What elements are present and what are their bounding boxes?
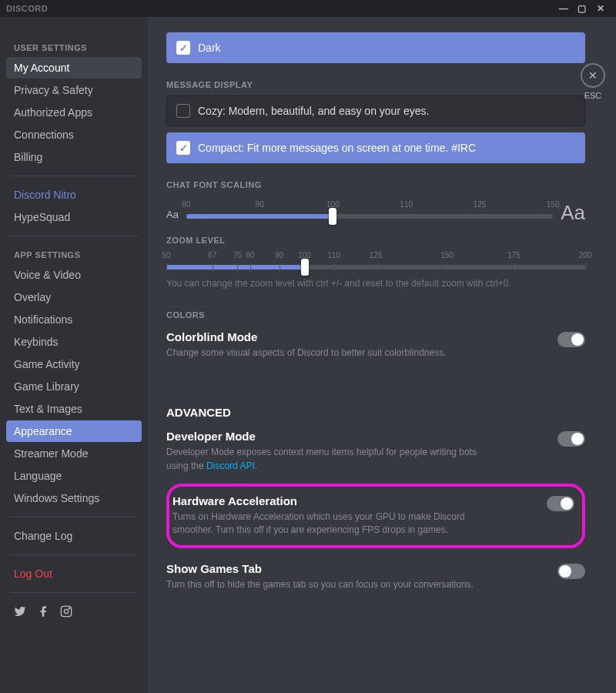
zoom-slider[interactable]: 50 67 75 80 90 100 110 125 150 175 200: [166, 251, 585, 270]
slider-ticks: 50 67 75 80 90 100 110 125 150 175 200: [166, 251, 585, 262]
discord-api-link[interactable]: Discord API: [206, 460, 255, 471]
sidebar-item-game-library[interactable]: Game Library: [6, 376, 142, 397]
facebook-icon[interactable]: [37, 605, 49, 621]
sidebar-item-hypesquad[interactable]: HypeSquad: [6, 206, 142, 228]
checkbox-checked-icon: ✓: [176, 141, 190, 155]
slider-ticks: 80 90 100 110 125 150: [186, 200, 553, 211]
cozy-label: Cozy: Modern, beautiful, and easy on you…: [198, 105, 429, 117]
compact-label: Compact: Fit more messages on screen at …: [198, 142, 476, 154]
divider: [9, 554, 139, 555]
twitter-icon[interactable]: [14, 605, 26, 621]
highlighted-section: Hardware Acceleration Turns on Hardware …: [166, 484, 585, 548]
sidebar: USER SETTINGS My Account Privacy & Safet…: [0, 17, 148, 693]
sidebar-item-game-activity[interactable]: Game Activity: [6, 353, 142, 375]
message-display-header: MESSAGE DISPLAY: [166, 80, 585, 89]
sidebar-item-notifications[interactable]: Notifications: [6, 309, 142, 330]
divider: [9, 176, 139, 176]
svg-point-1: [64, 609, 68, 613]
settings-content: ✕ ESC ✓ Dark MESSAGE DISPLAY Cozy: Moder…: [148, 17, 616, 693]
hwaccel-desc: Turns on Hardware Acceleration which use…: [172, 511, 504, 537]
minimize-button[interactable]: —: [554, 3, 573, 14]
app-brand: DISCORD: [6, 4, 48, 13]
sidebar-item-windows[interactable]: Windows Settings: [6, 487, 142, 509]
devmode-toggle[interactable]: [557, 431, 585, 447]
colorblind-setting: Colorblind Mode Change some visual aspec…: [166, 330, 585, 360]
devmode-label: Developer Mode: [166, 430, 497, 443]
devmode-desc: Developer Mode exposes context menu item…: [166, 446, 497, 473]
esc-label: ESC: [581, 91, 605, 100]
social-row: [6, 601, 142, 625]
theme-dark-label: Dark: [198, 42, 221, 54]
theme-dark-option[interactable]: ✓ Dark: [166, 32, 585, 63]
developer-mode-setting: Developer Mode Developer Mode exposes co…: [166, 430, 585, 473]
close-button[interactable]: ✕: [591, 3, 610, 14]
close-icon: ✕: [581, 63, 605, 88]
sidebar-item-voice[interactable]: Voice & Video: [6, 264, 142, 286]
sidebar-item-keybinds[interactable]: Keybinds: [6, 331, 142, 353]
maximize-button[interactable]: ▢: [573, 3, 591, 14]
sidebar-item-changelog[interactable]: Change Log: [6, 525, 142, 547]
gamestab-toggle[interactable]: [557, 564, 585, 579]
sidebar-header-user: USER SETTINGS: [14, 43, 142, 52]
sidebar-item-connections[interactable]: Connections: [6, 124, 142, 146]
sidebar-item-language[interactable]: Language: [6, 465, 142, 487]
font-sample-small: Aa: [166, 209, 179, 220]
sidebar-item-logout[interactable]: Log Out: [6, 563, 142, 584]
sidebar-item-my-account[interactable]: My Account: [6, 57, 142, 79]
sidebar-item-nitro[interactable]: Discord Nitro: [6, 184, 142, 206]
svg-point-2: [69, 608, 69, 608]
colorblind-label: Colorblind Mode: [166, 330, 447, 343]
cozy-option[interactable]: Cozy: Modern, beautiful, and easy on you…: [166, 95, 585, 126]
sidebar-item-privacy[interactable]: Privacy & Safety: [6, 79, 142, 101]
sidebar-item-authorized-apps[interactable]: Authorized Apps: [6, 102, 142, 123]
sidebar-item-billing[interactable]: Billing: [6, 146, 142, 168]
sidebar-item-appearance[interactable]: Appearance: [6, 420, 142, 442]
zoom-header: ZOOM LEVEL: [166, 236, 585, 245]
sidebar-header-app: APP SETTINGS: [14, 250, 142, 259]
hwaccel-label: Hardware Acceleration: [172, 494, 504, 507]
sidebar-item-overlay[interactable]: Overlay: [6, 286, 142, 308]
instagram-icon[interactable]: [60, 605, 72, 621]
sidebar-item-text-images[interactable]: Text & Images: [6, 398, 142, 420]
divider: [9, 517, 139, 517]
hardware-accel-setting: Hardware Acceleration Turns on Hardware …: [172, 494, 574, 537]
colorblind-toggle[interactable]: [557, 332, 585, 347]
colorblind-desc: Change some visual aspects of Discord to…: [166, 346, 447, 360]
colors-header: COLORS: [166, 310, 585, 320]
titlebar: DISCORD — ▢ ✕: [0, 0, 616, 17]
divider: [9, 236, 139, 236]
zoom-help: You can change the zoom level with ctrl …: [166, 277, 585, 290]
chat-font-slider[interactable]: 80 90 100 110 125 150: [186, 200, 553, 219]
chat-font-header: CHAT FONT SCALING: [166, 180, 585, 189]
gamestab-label: Show Games Tab: [166, 562, 474, 575]
checkbox-empty-icon: [176, 104, 190, 118]
slider-handle[interactable]: [329, 208, 336, 225]
checkbox-checked-icon: ✓: [176, 41, 190, 55]
sidebar-item-streamer[interactable]: Streamer Mode: [6, 443, 142, 464]
font-sample-large: Aa: [561, 201, 585, 225]
close-settings-button[interactable]: ✕ ESC: [581, 63, 605, 100]
games-tab-setting: Show Games Tab Turn this off to hide the…: [166, 562, 585, 591]
hwaccel-toggle[interactable]: [547, 496, 574, 511]
gamestab-desc: Turn this off to hide the games tab so y…: [166, 578, 474, 591]
divider: [9, 592, 139, 593]
compact-option[interactable]: ✓ Compact: Fit more messages on screen a…: [166, 132, 585, 163]
advanced-header: ADVANCED: [166, 406, 585, 419]
slider-handle[interactable]: [301, 259, 309, 276]
